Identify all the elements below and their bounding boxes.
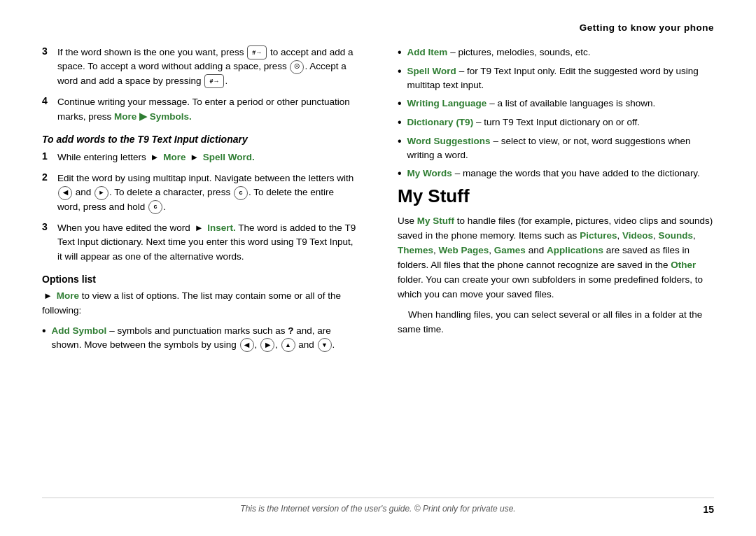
sym-icon-3: ▲ bbox=[281, 338, 295, 352]
item-number-4: 4 bbox=[42, 95, 57, 106]
web-pages-link[interactable]: Web Pages bbox=[439, 245, 489, 255]
footer-text: This is the Internet version of the user… bbox=[240, 504, 515, 514]
sub-item-2: 2 Edit the word by using multitap input.… bbox=[42, 171, 358, 214]
pictures-link[interactable]: Pictures bbox=[580, 230, 617, 241]
bullet-word-suggestions: Word Suggestions – select to view, or no… bbox=[398, 134, 714, 163]
options-list-title: Options list bbox=[42, 274, 358, 285]
content-columns: 3 If the word shown is the one you want,… bbox=[42, 45, 714, 491]
nav-right-icon: ► bbox=[94, 186, 108, 200]
hash-icon-2: #→ bbox=[204, 74, 224, 88]
hash-icon: #→ bbox=[247, 45, 267, 59]
header-title: Getting to know your phone bbox=[580, 22, 714, 33]
my-stuff-link[interactable]: My Stuff bbox=[417, 216, 454, 226]
options-bullet-list: Add Symbol – symbols and punctuation mar… bbox=[42, 324, 358, 353]
nav-left-icon: ◀ bbox=[58, 186, 72, 200]
bullet-add-symbol: Add Symbol – symbols and punctuation mar… bbox=[42, 324, 358, 353]
spell-word-right-link[interactable]: Spell Word bbox=[407, 66, 456, 76]
dictionary-link[interactable]: Dictionary (T9) bbox=[407, 117, 474, 127]
insert-link[interactable]: Insert. bbox=[207, 223, 236, 233]
sub-2-text: Edit the word by using multitap input. N… bbox=[57, 171, 358, 214]
sym-icon-4: ▼ bbox=[318, 338, 332, 352]
item-3-text: If the word shown is the one you want, p… bbox=[57, 45, 358, 88]
footer: This is the Internet version of the user… bbox=[42, 498, 714, 514]
add-item-link[interactable]: Add Item bbox=[407, 47, 448, 57]
sub-num-1: 1 bbox=[42, 150, 57, 162]
sub-item-3: 3 When you have edited the word ► Insert… bbox=[42, 221, 358, 264]
left-column: 3 If the word shown is the one you want,… bbox=[42, 45, 365, 491]
sub-3-text: When you have edited the word ► Insert. … bbox=[57, 221, 358, 264]
bullet-dictionary: Dictionary (T9) – turn T9 Text Input dic… bbox=[398, 115, 714, 130]
ok-icon: ☉ bbox=[290, 60, 304, 74]
sym-icon-1: ◀ bbox=[240, 338, 254, 352]
list-item-4: 4 Continue writing your message. To ente… bbox=[42, 95, 358, 124]
t9-section-title: To add words to the T9 Text Input dictio… bbox=[42, 134, 358, 145]
more-options-link[interactable]: More bbox=[57, 290, 79, 301]
right-column: Add Item – pictures, melodies, sounds, e… bbox=[391, 45, 714, 491]
my-stuff-title: My Stuff bbox=[398, 185, 714, 207]
item-number-3: 3 bbox=[42, 45, 57, 57]
my-words-link[interactable]: My Words bbox=[407, 168, 452, 178]
sym-icon-2: ▶ bbox=[260, 338, 274, 352]
list-item-3: 3 If the word shown is the one you want,… bbox=[42, 45, 358, 88]
right-bullet-list: Add Item – pictures, melodies, sounds, e… bbox=[398, 45, 714, 181]
del-char-icon: c bbox=[234, 186, 248, 200]
my-stuff-para2: When handling files, you can select seve… bbox=[398, 308, 714, 337]
more-symbols-link[interactable]: More ▶ Symbols. bbox=[114, 111, 192, 122]
my-stuff-para1: Use My Stuff to handle files (for exampl… bbox=[398, 214, 714, 302]
options-intro: ► More to view a list of options. The li… bbox=[42, 289, 358, 318]
page-header: Getting to know your phone bbox=[42, 22, 714, 33]
games-link[interactable]: Games bbox=[494, 245, 526, 255]
sub-1-text: While entering letters ► More ► Spell Wo… bbox=[57, 150, 358, 164]
page-number: 15 bbox=[703, 504, 714, 515]
item-4-text: Continue writing your message. To enter … bbox=[57, 95, 358, 124]
add-symbol-link[interactable]: Add Symbol bbox=[52, 325, 107, 336]
sub-num-2: 2 bbox=[42, 171, 57, 183]
writing-language-link[interactable]: Writing Language bbox=[407, 98, 487, 108]
bullet-my-words: My Words – manage the words that you hav… bbox=[398, 167, 714, 181]
more-link[interactable]: More bbox=[163, 152, 186, 162]
bullet-writing-language: Writing Language – a list of available l… bbox=[398, 97, 714, 111]
bullet-spell-word: Spell Word – for T9 Text Input only. Edi… bbox=[398, 64, 714, 93]
other-link[interactable]: Other bbox=[671, 260, 696, 270]
sub-num-3: 3 bbox=[42, 221, 57, 232]
word-suggestions-link[interactable]: Word Suggestions bbox=[407, 136, 491, 146]
page: Getting to know your phone 3 If the word… bbox=[0, 0, 756, 536]
sub-item-1: 1 While entering letters ► More ► Spell … bbox=[42, 150, 358, 164]
sounds-link[interactable]: Sounds bbox=[658, 230, 693, 241]
bullet-add-item: Add Item – pictures, melodies, sounds, e… bbox=[398, 45, 714, 60]
del-word-icon: c bbox=[148, 200, 162, 214]
applications-link[interactable]: Applications bbox=[547, 245, 603, 255]
spell-word-link[interactable]: Spell Word. bbox=[203, 152, 255, 162]
videos-link[interactable]: Videos bbox=[622, 230, 653, 241]
themes-link[interactable]: Themes bbox=[398, 245, 433, 255]
